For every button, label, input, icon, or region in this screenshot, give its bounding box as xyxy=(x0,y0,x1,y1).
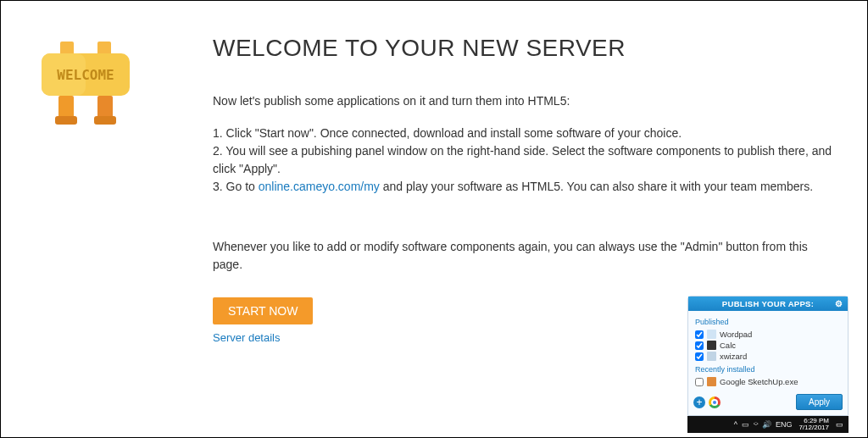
sketchup-icon xyxy=(707,377,716,386)
wordpad-icon xyxy=(707,330,716,339)
language-indicator[interactable]: ENG xyxy=(776,420,793,429)
taskbar: ^ ▭ ⌔ 🔊 ENG 6:29 PM 7/12/2017 ▭ xyxy=(687,416,849,433)
xwizard-icon xyxy=(707,352,716,361)
calc-icon xyxy=(707,341,716,350)
panel-header: PUBLISH YOUR APPS: ⚙ xyxy=(688,297,848,311)
step-3: 3. Go to online.cameyo.com/my and play y… xyxy=(213,178,840,196)
svg-rect-5 xyxy=(97,96,113,119)
step-1: 1. Click "Start now". Once connected, do… xyxy=(213,125,840,142)
welcome-text: WELCOME xyxy=(57,67,114,83)
app-row-wordpad[interactable]: Wordpad xyxy=(695,329,841,340)
system-tray[interactable]: ^ ▭ ⌔ 🔊 ENG xyxy=(734,420,793,429)
app-row-xwizard[interactable]: xwizard xyxy=(695,351,841,362)
publish-panel-preview: PUBLISH YOUR APPS: ⚙ Published Wordpad C… xyxy=(687,296,849,433)
app-row-sketchup[interactable]: Google SketchUp.exe xyxy=(695,376,841,387)
published-label: Published xyxy=(695,318,841,326)
apply-button[interactable]: Apply xyxy=(796,394,843,410)
chrome-icon[interactable] xyxy=(709,396,721,408)
checkbox-xwizard[interactable] xyxy=(695,352,704,361)
checkbox-sketchup[interactable] xyxy=(695,378,704,386)
checkbox-calc[interactable] xyxy=(695,341,704,350)
add-icon[interactable]: + xyxy=(693,396,705,408)
cameyo-link[interactable]: online.cameyo.com/my xyxy=(259,180,380,193)
intro-text: Now let's publish some applications on i… xyxy=(213,94,840,108)
welcome-icon: WELCOME xyxy=(26,35,145,131)
steps-list: 1. Click "Start now". Once connected, do… xyxy=(213,125,840,196)
gear-icon[interactable]: ⚙ xyxy=(835,299,843,308)
recent-label: Recently installed xyxy=(695,365,841,374)
chevron-up-icon[interactable]: ^ xyxy=(734,420,737,429)
svg-rect-7 xyxy=(94,116,116,125)
app-row-calc[interactable]: Calc xyxy=(695,340,841,351)
page-title: WELCOME TO YOUR NEW SERVER xyxy=(213,35,840,62)
battery-icon[interactable]: ▭ xyxy=(742,420,749,429)
notifications-icon[interactable]: ▭ xyxy=(836,420,843,429)
checkbox-wordpad[interactable] xyxy=(695,330,704,339)
svg-rect-4 xyxy=(58,96,74,119)
sound-icon[interactable]: 🔊 xyxy=(762,420,771,429)
start-now-button[interactable]: START NOW xyxy=(213,297,313,324)
network-icon[interactable]: ⌔ xyxy=(754,420,758,429)
step-2: 2. You will see a pubishing panel window… xyxy=(213,142,840,178)
svg-rect-6 xyxy=(55,116,77,125)
clock[interactable]: 6:29 PM 7/12/2017 xyxy=(798,418,829,431)
note-text: Whenever you like to add or modify softw… xyxy=(213,238,823,274)
